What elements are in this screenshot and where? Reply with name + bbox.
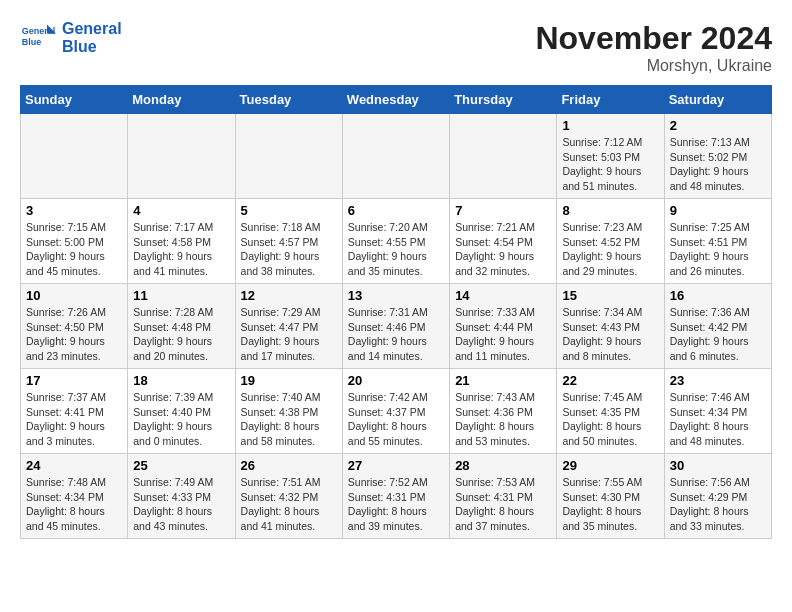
calendar-cell: 5Sunrise: 7:18 AMSunset: 4:57 PMDaylight… (235, 199, 342, 284)
logo-line1: General (62, 20, 122, 38)
day-info: Sunrise: 7:49 AMSunset: 4:33 PMDaylight:… (133, 475, 229, 534)
day-number: 9 (670, 203, 766, 218)
day-info: Sunrise: 7:40 AMSunset: 4:38 PMDaylight:… (241, 390, 337, 449)
day-number: 8 (562, 203, 658, 218)
day-number: 27 (348, 458, 444, 473)
day-info: Sunrise: 7:15 AMSunset: 5:00 PMDaylight:… (26, 220, 122, 279)
day-number: 29 (562, 458, 658, 473)
calendar-cell: 7Sunrise: 7:21 AMSunset: 4:54 PMDaylight… (450, 199, 557, 284)
day-number: 22 (562, 373, 658, 388)
day-number: 11 (133, 288, 229, 303)
day-number: 10 (26, 288, 122, 303)
calendar-cell: 11Sunrise: 7:28 AMSunset: 4:48 PMDayligh… (128, 284, 235, 369)
day-info: Sunrise: 7:18 AMSunset: 4:57 PMDaylight:… (241, 220, 337, 279)
calendar-cell: 26Sunrise: 7:51 AMSunset: 4:32 PMDayligh… (235, 454, 342, 539)
calendar-week-1: 1Sunrise: 7:12 AMSunset: 5:03 PMDaylight… (21, 114, 772, 199)
day-number: 30 (670, 458, 766, 473)
calendar-cell: 8Sunrise: 7:23 AMSunset: 4:52 PMDaylight… (557, 199, 664, 284)
day-info: Sunrise: 7:13 AMSunset: 5:02 PMDaylight:… (670, 135, 766, 194)
calendar-cell (128, 114, 235, 199)
day-number: 24 (26, 458, 122, 473)
calendar-cell: 22Sunrise: 7:45 AMSunset: 4:35 PMDayligh… (557, 369, 664, 454)
day-number: 5 (241, 203, 337, 218)
header-friday: Friday (557, 86, 664, 114)
day-info: Sunrise: 7:12 AMSunset: 5:03 PMDaylight:… (562, 135, 658, 194)
svg-text:Blue: Blue (22, 37, 42, 47)
logo: General Blue General Blue (20, 20, 122, 56)
header-monday: Monday (128, 86, 235, 114)
calendar-cell: 13Sunrise: 7:31 AMSunset: 4:46 PMDayligh… (342, 284, 449, 369)
day-number: 21 (455, 373, 551, 388)
day-info: Sunrise: 7:29 AMSunset: 4:47 PMDaylight:… (241, 305, 337, 364)
calendar-cell: 6Sunrise: 7:20 AMSunset: 4:55 PMDaylight… (342, 199, 449, 284)
calendar-cell: 25Sunrise: 7:49 AMSunset: 4:33 PMDayligh… (128, 454, 235, 539)
header-saturday: Saturday (664, 86, 771, 114)
calendar-week-3: 10Sunrise: 7:26 AMSunset: 4:50 PMDayligh… (21, 284, 772, 369)
day-number: 26 (241, 458, 337, 473)
day-number: 18 (133, 373, 229, 388)
day-number: 12 (241, 288, 337, 303)
calendar-cell: 27Sunrise: 7:52 AMSunset: 4:31 PMDayligh… (342, 454, 449, 539)
calendar-header-row: SundayMondayTuesdayWednesdayThursdayFrid… (21, 86, 772, 114)
calendar-cell (21, 114, 128, 199)
day-info: Sunrise: 7:17 AMSunset: 4:58 PMDaylight:… (133, 220, 229, 279)
calendar-cell (342, 114, 449, 199)
day-number: 2 (670, 118, 766, 133)
calendar-cell: 23Sunrise: 7:46 AMSunset: 4:34 PMDayligh… (664, 369, 771, 454)
day-info: Sunrise: 7:28 AMSunset: 4:48 PMDaylight:… (133, 305, 229, 364)
day-info: Sunrise: 7:45 AMSunset: 4:35 PMDaylight:… (562, 390, 658, 449)
calendar-cell: 10Sunrise: 7:26 AMSunset: 4:50 PMDayligh… (21, 284, 128, 369)
day-info: Sunrise: 7:37 AMSunset: 4:41 PMDaylight:… (26, 390, 122, 449)
title-block: November 2024 Morshyn, Ukraine (535, 20, 772, 75)
day-info: Sunrise: 7:51 AMSunset: 4:32 PMDaylight:… (241, 475, 337, 534)
day-number: 15 (562, 288, 658, 303)
month-title: November 2024 (535, 20, 772, 57)
day-info: Sunrise: 7:56 AMSunset: 4:29 PMDaylight:… (670, 475, 766, 534)
calendar-cell: 14Sunrise: 7:33 AMSunset: 4:44 PMDayligh… (450, 284, 557, 369)
day-number: 23 (670, 373, 766, 388)
calendar-week-4: 17Sunrise: 7:37 AMSunset: 4:41 PMDayligh… (21, 369, 772, 454)
day-info: Sunrise: 7:46 AMSunset: 4:34 PMDaylight:… (670, 390, 766, 449)
logo-icon: General Blue (20, 20, 56, 56)
calendar-cell: 28Sunrise: 7:53 AMSunset: 4:31 PMDayligh… (450, 454, 557, 539)
header-tuesday: Tuesday (235, 86, 342, 114)
calendar-cell: 29Sunrise: 7:55 AMSunset: 4:30 PMDayligh… (557, 454, 664, 539)
day-number: 14 (455, 288, 551, 303)
day-number: 3 (26, 203, 122, 218)
day-info: Sunrise: 7:36 AMSunset: 4:42 PMDaylight:… (670, 305, 766, 364)
calendar-cell: 3Sunrise: 7:15 AMSunset: 5:00 PMDaylight… (21, 199, 128, 284)
calendar-cell: 19Sunrise: 7:40 AMSunset: 4:38 PMDayligh… (235, 369, 342, 454)
calendar-cell: 17Sunrise: 7:37 AMSunset: 4:41 PMDayligh… (21, 369, 128, 454)
day-info: Sunrise: 7:34 AMSunset: 4:43 PMDaylight:… (562, 305, 658, 364)
day-number: 19 (241, 373, 337, 388)
header-wednesday: Wednesday (342, 86, 449, 114)
day-info: Sunrise: 7:42 AMSunset: 4:37 PMDaylight:… (348, 390, 444, 449)
day-info: Sunrise: 7:52 AMSunset: 4:31 PMDaylight:… (348, 475, 444, 534)
location: Morshyn, Ukraine (535, 57, 772, 75)
page-header: General Blue General Blue November 2024 … (20, 20, 772, 75)
day-number: 20 (348, 373, 444, 388)
calendar-cell: 30Sunrise: 7:56 AMSunset: 4:29 PMDayligh… (664, 454, 771, 539)
day-info: Sunrise: 7:26 AMSunset: 4:50 PMDaylight:… (26, 305, 122, 364)
day-number: 28 (455, 458, 551, 473)
calendar-table: SundayMondayTuesdayWednesdayThursdayFrid… (20, 85, 772, 539)
calendar-cell: 9Sunrise: 7:25 AMSunset: 4:51 PMDaylight… (664, 199, 771, 284)
calendar-cell: 15Sunrise: 7:34 AMSunset: 4:43 PMDayligh… (557, 284, 664, 369)
header-thursday: Thursday (450, 86, 557, 114)
day-number: 25 (133, 458, 229, 473)
day-number: 17 (26, 373, 122, 388)
day-info: Sunrise: 7:33 AMSunset: 4:44 PMDaylight:… (455, 305, 551, 364)
day-number: 1 (562, 118, 658, 133)
calendar-cell: 12Sunrise: 7:29 AMSunset: 4:47 PMDayligh… (235, 284, 342, 369)
day-info: Sunrise: 7:31 AMSunset: 4:46 PMDaylight:… (348, 305, 444, 364)
calendar-week-5: 24Sunrise: 7:48 AMSunset: 4:34 PMDayligh… (21, 454, 772, 539)
calendar-cell: 24Sunrise: 7:48 AMSunset: 4:34 PMDayligh… (21, 454, 128, 539)
day-number: 16 (670, 288, 766, 303)
calendar-cell: 21Sunrise: 7:43 AMSunset: 4:36 PMDayligh… (450, 369, 557, 454)
calendar-cell: 16Sunrise: 7:36 AMSunset: 4:42 PMDayligh… (664, 284, 771, 369)
day-info: Sunrise: 7:39 AMSunset: 4:40 PMDaylight:… (133, 390, 229, 449)
day-info: Sunrise: 7:53 AMSunset: 4:31 PMDaylight:… (455, 475, 551, 534)
day-number: 13 (348, 288, 444, 303)
calendar-week-2: 3Sunrise: 7:15 AMSunset: 5:00 PMDaylight… (21, 199, 772, 284)
day-info: Sunrise: 7:20 AMSunset: 4:55 PMDaylight:… (348, 220, 444, 279)
